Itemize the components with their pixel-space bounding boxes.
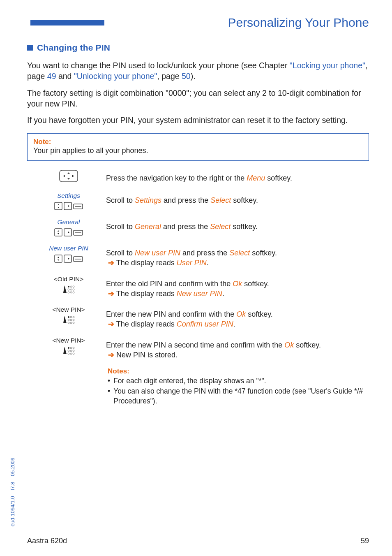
scroll-select-icon: [54, 254, 83, 264]
link-page-49[interactable]: 49: [47, 72, 56, 81]
softkey-select: Select: [210, 196, 231, 204]
step-icon-col: <Old PIN>: [42, 276, 95, 294]
step-row: New user PIN Scroll to New user PIN and …: [42, 245, 369, 268]
text: The display reads: [114, 320, 177, 328]
softkey-ok: Ok: [284, 341, 294, 349]
step-icon-col: New user PIN: [42, 245, 95, 264]
svg-point-33: [73, 347, 74, 349]
header-row: Personalizing Your Phone: [27, 16, 369, 30]
svg-point-20: [70, 292, 72, 293]
intro-paragraph-1: You want to change the PIN used to lock/…: [27, 60, 369, 82]
softkey-ok: Ok: [236, 310, 246, 318]
notes-text: For each digit entered, the display show…: [113, 376, 266, 386]
svg-point-21: [73, 292, 74, 293]
svg-point-26: [70, 319, 72, 321]
display-confirm-user-pin: Confirm user PIN: [177, 320, 233, 328]
scroll-select-icon: [54, 201, 83, 211]
bullet-icon: •: [108, 376, 110, 386]
step-desc: Enter the new PIN a second time and conf…: [106, 337, 321, 360]
intro-paragraph-2: The factory setting is digit combination…: [27, 88, 369, 109]
text: Scroll to: [106, 222, 135, 231]
svg-point-22: [68, 316, 69, 318]
svg-point-27: [73, 319, 74, 321]
text: softkey.: [265, 174, 292, 182]
svg-point-34: [68, 350, 69, 352]
text: The display reads: [114, 259, 177, 267]
text: Scroll to: [106, 196, 135, 204]
step-row: <New PIN> Enter the new PIN and confirm …: [42, 306, 369, 329]
notes-text: You can also change the PIN with the *47…: [113, 387, 369, 406]
svg-point-31: [68, 347, 69, 349]
step-row: Press the navigation key to the right or…: [42, 170, 369, 185]
svg-point-30: [73, 322, 74, 324]
link-page-50[interactable]: 50: [182, 72, 191, 81]
svg-rect-10: [64, 255, 71, 262]
text: Scroll to: [106, 249, 135, 257]
svg-point-32: [70, 347, 72, 349]
svg-rect-2: [64, 202, 71, 210]
section-heading-text: Changing the PIN: [37, 43, 110, 53]
intro-paragraph-3: If you have forgotten your PIN, your sys…: [27, 115, 369, 125]
notes-item: • For each digit entered, the display sh…: [108, 376, 369, 386]
page-root: Personalizing Your Phone Changing the PI…: [0, 0, 392, 556]
svg-point-37: [68, 353, 69, 354]
note-callout: Note: Your pin applies to all your phone…: [27, 133, 369, 161]
document-id-side: eud-1094/1.0 – I7.8 – 05.2009: [10, 457, 16, 526]
text: , page: [157, 72, 182, 81]
link-unlocking-your-phone[interactable]: "Unlocking your phone": [74, 72, 157, 81]
display-new-user-pin: New user PIN: [177, 290, 222, 298]
keypad-input-icon: [62, 346, 75, 355]
navigation-key-icon: [59, 170, 78, 185]
text: .: [222, 290, 224, 298]
page-footer: Aastra 620d 59: [27, 534, 369, 545]
text: and press the: [161, 222, 210, 231]
bullet-icon: •: [108, 387, 110, 406]
text: softkey.: [246, 310, 273, 318]
footer-product-name: Aastra 620d: [27, 537, 67, 545]
svg-point-29: [70, 322, 72, 324]
text: softkey.: [242, 280, 269, 288]
step-row: Settings Scroll to Settings and press th…: [42, 192, 369, 211]
text: and press the: [180, 249, 229, 257]
step-icon-col: <New PIN>: [42, 337, 95, 355]
step-label: <New PIN>: [52, 306, 85, 313]
notes-item: • You can also change the PIN with the *…: [108, 387, 369, 406]
square-bullet-icon: [27, 45, 33, 51]
link-locking-your-phone[interactable]: "Locking your phone": [290, 61, 365, 70]
header-accent-bar: [30, 20, 104, 25]
softkey-menu: Menu: [247, 174, 265, 182]
svg-point-16: [68, 289, 69, 290]
text: New PIN is stored.: [114, 351, 178, 359]
step-label: Settings: [57, 192, 80, 199]
step-row: <New PIN> Enter the new PIN a second tim…: [42, 337, 369, 360]
text: Enter the old PIN and confirm with the: [106, 280, 233, 288]
text: You want to change the PIN used to lock/…: [27, 61, 290, 70]
svg-point-17: [70, 289, 72, 290]
step-desc: Scroll to New user PIN and press the Sel…: [106, 245, 277, 268]
step-icon-col: [42, 170, 95, 185]
step-desc: Scroll to Settings and press the Select …: [106, 192, 258, 205]
text: .: [233, 320, 235, 328]
text: Enter the new PIN and confirm with the: [106, 310, 236, 318]
arrow-icon: ➔: [108, 259, 114, 267]
svg-rect-1: [55, 202, 62, 210]
footer-page-number: 59: [361, 537, 369, 545]
text: .: [207, 259, 209, 267]
menu-general: General: [135, 222, 161, 231]
svg-point-38: [70, 353, 72, 354]
note-text: Your pin applies to all your phones.: [33, 146, 363, 155]
menu-new-user-pin: New user PIN: [135, 249, 180, 257]
step-row: <Old PIN> Enter the old PIN and confirm …: [42, 276, 369, 299]
svg-rect-5: [55, 229, 62, 236]
svg-point-28: [68, 322, 69, 324]
text: and press the: [161, 196, 210, 204]
text: softkey.: [231, 196, 258, 204]
step-label: New user PIN: [49, 245, 88, 252]
step-row: General Scroll to General and press the …: [42, 218, 369, 237]
arrow-icon: ➔: [108, 351, 114, 359]
keypad-input-icon: [62, 315, 75, 324]
svg-point-18: [73, 289, 74, 290]
text: The display reads: [114, 290, 177, 298]
svg-point-14: [70, 286, 72, 287]
text: softkey.: [231, 222, 258, 231]
